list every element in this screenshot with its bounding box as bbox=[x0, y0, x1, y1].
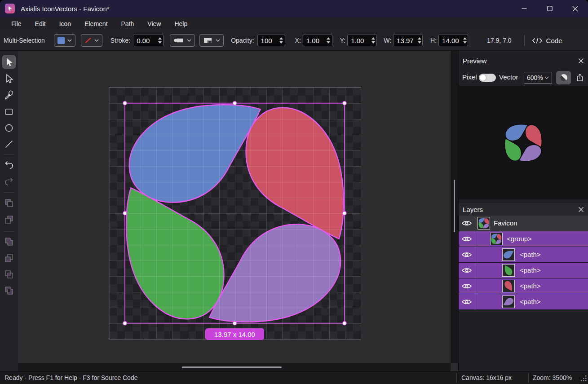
bring-forward-button[interactable] bbox=[2, 196, 16, 210]
opacity-stepper[interactable] bbox=[278, 35, 285, 46]
y-stepper[interactable] bbox=[370, 35, 376, 46]
x-stepper[interactable] bbox=[325, 35, 332, 46]
canvas-workspace[interactable]: 13.97 x 14.00 bbox=[18, 51, 458, 371]
layer-row-path-green[interactable]: <path> bbox=[459, 263, 588, 278]
preview-zoom-value: 600% bbox=[527, 74, 543, 81]
layers-title: Layers bbox=[463, 206, 483, 213]
layer-thumbnail bbox=[477, 217, 490, 230]
selection-handle-top-middle[interactable] bbox=[233, 101, 236, 105]
preview-close-button[interactable] bbox=[578, 57, 584, 65]
layer-thumbnail bbox=[502, 264, 515, 277]
preview-background-toggle-button[interactable] bbox=[556, 71, 571, 84]
h-input[interactable]: 14.00 bbox=[438, 35, 468, 46]
stroke-width-value[interactable]: 0.00 bbox=[133, 37, 156, 44]
w-input[interactable]: 13.97 bbox=[393, 35, 423, 46]
line-cap-icon bbox=[173, 37, 184, 44]
layer-row-path-blue[interactable]: <path> bbox=[459, 247, 588, 263]
visibility-eye-icon[interactable] bbox=[462, 220, 472, 228]
selection-handle-middle-right[interactable] bbox=[343, 211, 346, 215]
selection-handle-bottom-middle[interactable] bbox=[233, 321, 236, 325]
exclude-icon bbox=[4, 286, 14, 296]
w-value[interactable]: 13.97 bbox=[393, 37, 417, 44]
corner-join-icon bbox=[203, 37, 213, 44]
stroke-color-dropdown[interactable] bbox=[81, 34, 102, 47]
corner-join-dropdown[interactable] bbox=[199, 34, 224, 47]
layer-indent-guide bbox=[475, 294, 475, 309]
selection-handle-top-left[interactable] bbox=[123, 101, 127, 105]
vertical-scrollbar[interactable] bbox=[451, 51, 458, 363]
maximize-button[interactable] bbox=[537, 0, 562, 17]
layer-row-favicon[interactable]: Favicon bbox=[459, 216, 588, 231]
stroke-none-swatch bbox=[84, 37, 92, 44]
bring-forward-icon bbox=[4, 198, 14, 208]
layer-label: <path> bbox=[520, 251, 541, 258]
code-button[interactable]: Code bbox=[532, 37, 562, 44]
visibility-eye-icon[interactable] bbox=[462, 252, 472, 260]
x-value[interactable]: 1.00 bbox=[303, 37, 325, 44]
w-stepper[interactable] bbox=[417, 35, 422, 46]
minimize-button[interactable] bbox=[511, 0, 537, 17]
selection-handle-middle-left[interactable] bbox=[123, 211, 127, 215]
layer-row-path-purple[interactable]: <path> bbox=[459, 294, 588, 310]
visibility-eye-icon[interactable] bbox=[462, 267, 472, 275]
visibility-eye-icon[interactable] bbox=[462, 299, 472, 307]
chevron-down-icon bbox=[544, 76, 549, 79]
menu-view[interactable]: View bbox=[141, 20, 168, 27]
selection-bounding-box[interactable] bbox=[125, 103, 345, 323]
horizontal-scrollbar-thumb[interactable] bbox=[182, 366, 282, 368]
fill-color-dropdown[interactable] bbox=[54, 34, 75, 47]
rectangle-tool-button[interactable] bbox=[2, 105, 16, 119]
menu-file[interactable]: File bbox=[4, 20, 28, 27]
menu-element[interactable]: Element bbox=[78, 20, 114, 27]
layer-indent-guide bbox=[475, 231, 475, 247]
ellipse-tool-button[interactable] bbox=[2, 121, 16, 135]
layer-row-group[interactable]: <group> bbox=[459, 231, 588, 247]
selection-handle-top-right[interactable] bbox=[343, 101, 346, 105]
close-button[interactable] bbox=[562, 0, 588, 17]
visibility-eye-icon[interactable] bbox=[462, 283, 472, 291]
preview-zoom-select[interactable]: 600% bbox=[524, 72, 552, 84]
line-cap-dropdown[interactable] bbox=[170, 34, 195, 47]
menu-icon[interactable]: Icon bbox=[53, 20, 78, 27]
pixel-vector-toggle[interactable] bbox=[479, 74, 496, 82]
redo-button[interactable] bbox=[2, 175, 16, 188]
send-backward-button[interactable] bbox=[2, 213, 16, 226]
preview-controls: Pixel Vector 600% bbox=[459, 71, 588, 85]
layer-row-path-red[interactable]: <path> bbox=[459, 278, 588, 294]
x-input[interactable]: 1.00 bbox=[303, 35, 332, 46]
line-tool-button[interactable] bbox=[2, 137, 16, 151]
selection-handle-bottom-right[interactable] bbox=[343, 321, 346, 325]
menu-edit[interactable]: Edit bbox=[28, 20, 53, 27]
stroke-width-stepper[interactable] bbox=[156, 35, 163, 46]
visibility-eye-icon[interactable] bbox=[462, 236, 472, 244]
subtract-button[interactable] bbox=[2, 252, 16, 265]
pen-tool-button[interactable] bbox=[2, 88, 16, 102]
intersect-button[interactable] bbox=[2, 268, 16, 281]
layers-close-button[interactable] bbox=[578, 206, 584, 214]
preview-export-button[interactable] bbox=[574, 71, 586, 84]
resize-grip[interactable] bbox=[580, 375, 587, 383]
union-button[interactable] bbox=[2, 235, 16, 248]
stroke-width-input[interactable]: 0.00 bbox=[133, 35, 164, 46]
menu-help[interactable]: Help bbox=[168, 20, 194, 27]
exclude-button[interactable] bbox=[2, 284, 16, 297]
y-value[interactable]: 1.00 bbox=[348, 37, 370, 44]
h-value[interactable]: 14.00 bbox=[439, 37, 462, 44]
layer-label: <path> bbox=[520, 298, 541, 305]
vertical-scrollbar-thumb[interactable] bbox=[454, 180, 455, 232]
selection-tool-button[interactable] bbox=[2, 55, 16, 69]
opacity-input[interactable]: 100 bbox=[257, 35, 285, 46]
opacity-value[interactable]: 100 bbox=[258, 37, 278, 44]
cursor-arrow-glyph bbox=[7, 6, 13, 11]
artboard[interactable] bbox=[109, 88, 361, 339]
h-stepper[interactable] bbox=[462, 35, 468, 46]
menu-path[interactable]: Path bbox=[115, 20, 141, 27]
tools-separator bbox=[4, 154, 14, 155]
stroke-width-label: Stroke: bbox=[111, 37, 130, 44]
direct-selection-tool-button[interactable] bbox=[2, 72, 16, 85]
horizontal-scrollbar[interactable] bbox=[18, 363, 451, 371]
close-icon bbox=[578, 58, 584, 64]
selection-handle-bottom-left[interactable] bbox=[123, 321, 127, 325]
y-input[interactable]: 1.00 bbox=[347, 35, 377, 46]
undo-button[interactable] bbox=[2, 158, 16, 172]
